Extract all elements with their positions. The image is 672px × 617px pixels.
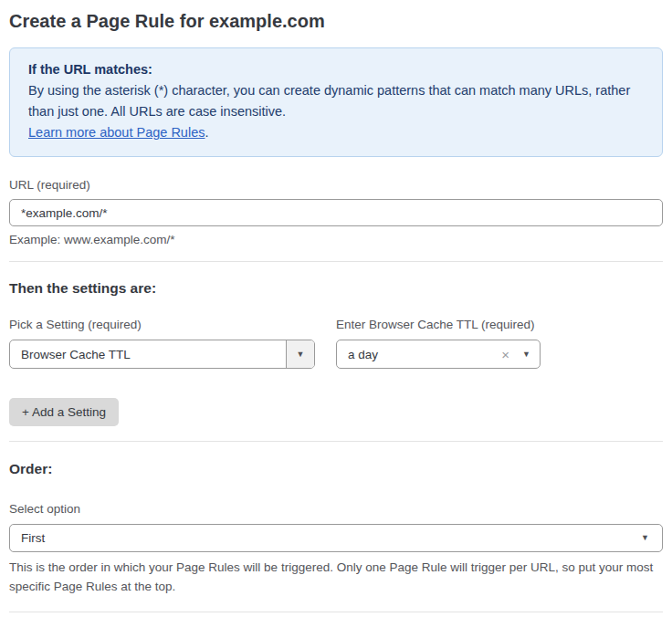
ttl-picker-select[interactable]: a day × ▼ — [336, 340, 541, 369]
ttl-picker-value: a day — [348, 348, 501, 361]
divider — [9, 261, 663, 262]
page-title: Create a Page Rule for example.com — [9, 9, 663, 34]
order-select-label: Select option — [9, 501, 663, 517]
url-match-info-box: If the URL matches: By using the asteris… — [9, 47, 663, 157]
chevron-down-icon: ▼ — [522, 350, 530, 359]
setting-picker-select[interactable]: Browser Cache TTL ▼ — [9, 340, 315, 369]
add-setting-button[interactable]: + Add a Setting — [9, 398, 119, 426]
ttl-picker-column: Enter Browser Cache TTL (required) a day… — [336, 317, 541, 369]
order-description: This is the order in which your Page Rul… — [9, 558, 663, 596]
info-box-link-line: Learn more about Page Rules. — [28, 122, 644, 143]
setting-picker-value: Browser Cache TTL — [10, 340, 286, 368]
url-input[interactable] — [9, 199, 663, 226]
ttl-picker-label: Enter Browser Cache TTL (required) — [336, 317, 541, 332]
order-select-value: First — [21, 531, 641, 545]
clear-icon[interactable]: × — [501, 348, 509, 361]
url-example-hint: Example: www.example.com/* — [9, 233, 663, 246]
chevron-down-icon: ▼ — [641, 534, 649, 542]
order-select[interactable]: First ▼ — [9, 524, 663, 552]
info-box-heading: If the URL matches: — [28, 59, 644, 80]
divider — [9, 441, 663, 442]
setting-picker-arrow-section[interactable]: ▼ — [286, 340, 314, 368]
divider — [9, 612, 663, 612]
settings-row: Pick a Setting (required) Browser Cache … — [9, 317, 663, 369]
chevron-down-icon: ▼ — [297, 350, 305, 359]
setting-picker-column: Pick a Setting (required) Browser Cache … — [9, 317, 315, 369]
url-field-label: URL (required) — [9, 177, 663, 193]
learn-more-link[interactable]: Learn more about Page Rules — [28, 125, 205, 140]
link-suffix: . — [205, 125, 208, 140]
order-section-heading: Order: — [9, 461, 663, 477]
info-box-body: By using the asterisk (*) character, you… — [28, 80, 644, 122]
create-page-rule-form: Create a Page Rule for example.com If th… — [0, 0, 672, 617]
settings-section-heading: Then the settings are: — [9, 280, 663, 297]
setting-picker-label: Pick a Setting (required) — [9, 317, 315, 332]
